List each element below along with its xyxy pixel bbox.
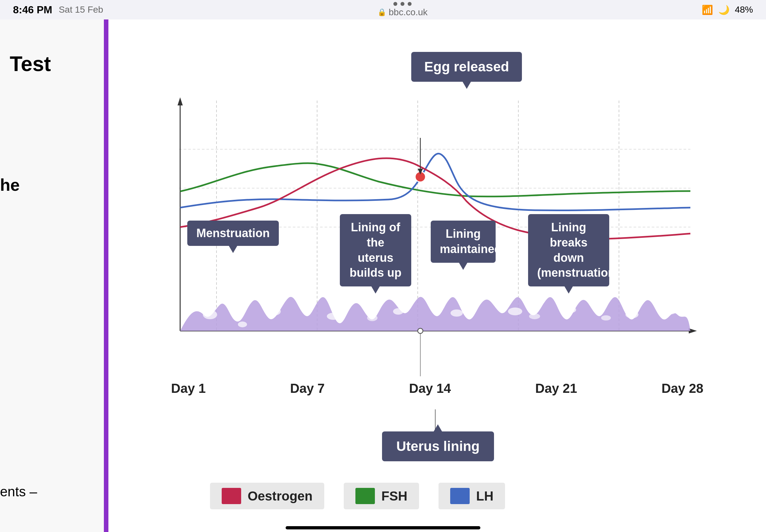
left-panel: Test he ents –: [0, 19, 104, 532]
svg-point-20: [666, 308, 676, 314]
svg-point-24: [601, 315, 611, 320]
status-time: 8:46 PM: [13, 4, 52, 16]
scroll-indicator: [286, 526, 480, 529]
svg-point-13: [269, 308, 281, 315]
left-text-1: Test: [10, 52, 51, 76]
left-text-2: he: [0, 175, 20, 195]
day-14-label: Day 14: [409, 381, 451, 396]
svg-point-19: [626, 311, 638, 318]
svg-point-16: [451, 309, 463, 317]
legend: Oestrogen FSH LH: [210, 483, 505, 509]
legend-lh: LH: [439, 483, 505, 509]
wifi-icon: 📶: [702, 5, 713, 15]
svg-point-15: [393, 308, 404, 315]
svg-point-17: [508, 308, 522, 315]
day-7-label: Day 7: [290, 381, 325, 396]
oestrogen-color: [222, 488, 241, 504]
svg-point-22: [367, 315, 377, 321]
moon-icon: 🌙: [718, 5, 730, 15]
uterus-lining-container: Uterus lining: [382, 431, 494, 461]
chart-container: Egg released Menstruation Lining ofthe u…: [145, 39, 729, 519]
svg-marker-9: [177, 97, 183, 105]
svg-point-21: [238, 321, 247, 327]
url-bar[interactable]: 🔒 bbc.co.uk: [377, 7, 428, 18]
left-text-3: ents –: [0, 484, 37, 500]
fsh-color: [355, 488, 375, 504]
lining-maintained-label: Liningmaintained: [431, 221, 496, 263]
three-dots: [394, 2, 412, 6]
oestrogen-label: Oestrogen: [248, 489, 312, 503]
day-21-label: Day 21: [535, 381, 577, 396]
svg-point-23: [529, 313, 540, 319]
day-1-label: Day 1: [171, 381, 206, 396]
battery-icon: 48%: [735, 5, 753, 15]
lining-breaks-label: Lining breaksdown(menstruation): [528, 214, 609, 286]
uterus-lining-label: Uterus lining: [382, 431, 494, 461]
status-bar: 8:46 PM Sat 15 Feb 🔒 bbc.co.uk 📶 🌙 48%: [0, 0, 766, 19]
egg-released-label: Egg released: [411, 52, 522, 82]
svg-point-12: [203, 310, 217, 319]
status-date: Sat 15 Feb: [59, 5, 103, 15]
day-28-label: Day 28: [662, 381, 703, 396]
sidebar-purple-bar: [104, 19, 108, 532]
status-icons: 📶 🌙 48%: [702, 5, 753, 15]
svg-point-29: [418, 328, 423, 333]
day-labels: Day 1 Day 7 Day 14 Day 21 Day 28: [171, 381, 703, 396]
lh-color: [450, 488, 470, 504]
svg-point-14: [327, 313, 340, 320]
menstruation-label: Menstruation: [187, 221, 279, 246]
main-content: Egg released Menstruation Lining ofthe u…: [108, 19, 766, 532]
lh-label: LH: [476, 489, 493, 503]
legend-oestrogen: Oestrogen: [210, 483, 324, 509]
legend-fsh: FSH: [344, 483, 419, 509]
svg-point-18: [565, 307, 576, 313]
fsh-label: FSH: [381, 489, 407, 503]
lining-builds-label: Lining ofthe uterusbuilds up: [340, 214, 411, 286]
